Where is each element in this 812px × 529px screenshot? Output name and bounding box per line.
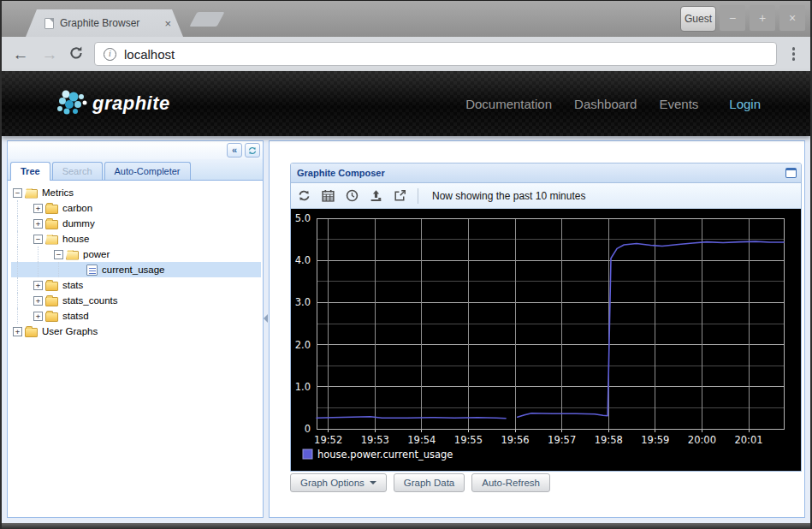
series-line bbox=[317, 417, 506, 419]
tree-expander-plus-icon[interactable]: + bbox=[33, 296, 43, 306]
tree-expander-minus-icon[interactable]: − bbox=[54, 250, 63, 259]
calendar-icon[interactable] bbox=[321, 188, 335, 203]
graph-data-button[interactable]: Graph Data bbox=[394, 473, 465, 492]
url-bar[interactable]: i localhost bbox=[94, 42, 777, 66]
nav-link-documentation[interactable]: Documentation bbox=[465, 97, 552, 111]
button-label: Auto-Refresh bbox=[482, 478, 540, 488]
y-axis-tick-label: 0 bbox=[305, 423, 311, 435]
tree-expander-minus-icon[interactable]: − bbox=[13, 188, 22, 198]
tree-node-carbon[interactable]: +carbon bbox=[11, 200, 261, 216]
tree-node-stats-counts[interactable]: +stats_counts bbox=[11, 293, 261, 308]
upload-icon[interactable] bbox=[369, 188, 383, 203]
folder-open-icon bbox=[66, 251, 79, 260]
tree-indent-guide bbox=[17, 247, 31, 262]
time-range-status: Now showing the past 10 minutes bbox=[432, 190, 585, 202]
clock-icon[interactable] bbox=[345, 188, 359, 203]
browser-menu-icon[interactable] bbox=[785, 44, 803, 64]
x-axis-tick-label: 19:52 bbox=[314, 434, 342, 446]
nav-link-dashboard[interactable]: Dashboard bbox=[574, 97, 637, 111]
y-axis-tick-label: 1.0 bbox=[295, 381, 311, 393]
tree-node-label: User Graphs bbox=[40, 326, 99, 336]
new-tab-button[interactable] bbox=[189, 12, 224, 27]
url-text: localhost bbox=[124, 47, 175, 62]
tree-indent-guide bbox=[17, 262, 31, 277]
composer-title: Graphite Composer bbox=[297, 168, 785, 178]
tree-expander-plus-icon[interactable]: + bbox=[33, 281, 43, 290]
tree-node-label: dummy bbox=[61, 218, 97, 229]
tree-node-power[interactable]: −power bbox=[11, 247, 261, 262]
tree-expander-plus-icon[interactable]: + bbox=[33, 204, 43, 213]
tree-node-label: carbon bbox=[61, 203, 94, 213]
browser-toolbar: ← → i localhost bbox=[2, 37, 810, 71]
y-axis-tick-label: 5.0 bbox=[295, 212, 311, 224]
nav-link-events[interactable]: Events bbox=[659, 97, 698, 111]
composer-titlebar[interactable]: Graphite Composer bbox=[291, 163, 801, 183]
tree-node-house[interactable]: −house bbox=[11, 231, 261, 247]
y-axis-tick-label: 4.0 bbox=[295, 254, 311, 266]
composer-maximize-icon[interactable] bbox=[785, 168, 797, 178]
series-line bbox=[518, 241, 784, 417]
x-axis-tick-label: 19:56 bbox=[501, 434, 529, 446]
nav-link-login[interactable]: Login bbox=[729, 97, 761, 111]
legend-label: house.power.current_usage bbox=[317, 449, 453, 461]
splitter-collapse-icon[interactable] bbox=[264, 314, 268, 323]
graph-buttons-row: Graph OptionsGraph DataAuto-Refresh bbox=[290, 473, 550, 492]
window-bottom-frame bbox=[2, 523, 810, 529]
tab-search: Search bbox=[52, 162, 103, 180]
tab-tree[interactable]: Tree bbox=[10, 162, 50, 181]
tree-indent-guide bbox=[17, 216, 31, 231]
tree-indent-guide bbox=[58, 262, 72, 277]
collapse-sidebar-button[interactable]: « bbox=[227, 143, 242, 158]
tree-node-user-graphs[interactable]: +User Graphs bbox=[11, 324, 261, 339]
folder-icon bbox=[45, 220, 58, 229]
forward-button: → bbox=[39, 46, 60, 62]
site-header: graphite DocumentationDashboardEventsLog… bbox=[2, 71, 810, 136]
button-label: Graph Options bbox=[300, 478, 365, 488]
browser-tab[interactable]: Graphite Browser × bbox=[26, 9, 183, 37]
close-button[interactable]: × bbox=[779, 5, 805, 31]
metrics-tree: −Metrics+carbon+dummy−house−powercurrent… bbox=[8, 181, 263, 517]
tree-node-stats[interactable]: +stats bbox=[11, 277, 261, 293]
tree-indent-guide bbox=[17, 293, 31, 308]
tree-node-metrics[interactable]: −Metrics bbox=[11, 185, 261, 200]
button-label: Graph Data bbox=[404, 478, 454, 488]
reload-button[interactable] bbox=[68, 45, 86, 62]
back-button[interactable]: ← bbox=[10, 46, 31, 62]
tree-expander-plus-icon[interactable]: + bbox=[13, 327, 22, 336]
browser-titlebar: Graphite Browser × Guest − + × bbox=[2, 1, 810, 37]
tree-indent-guide bbox=[17, 231, 31, 247]
tree-expander-plus-icon[interactable]: + bbox=[33, 219, 43, 229]
sidebar-tabstrip: Tree Search Auto-Completer bbox=[8, 159, 263, 181]
tree-node-statsd[interactable]: +statsd bbox=[11, 308, 261, 324]
tree-node-label: power bbox=[81, 249, 111, 259]
folder-open-icon bbox=[25, 189, 38, 199]
refresh-icon[interactable] bbox=[297, 188, 311, 203]
tree-node-current-usage[interactable]: current_usage bbox=[11, 262, 261, 277]
tree-expander-plus-icon[interactable]: + bbox=[33, 312, 43, 321]
auto-refresh-button[interactable]: Auto-Refresh bbox=[471, 473, 550, 492]
tree-indent-guide bbox=[38, 247, 51, 262]
folder-icon bbox=[25, 328, 38, 337]
graph-image: 01.02.03.04.05.019:5219:5319:5419:5519:5… bbox=[291, 209, 801, 471]
tree-expander-spacer bbox=[74, 265, 84, 275]
toolbar-separator bbox=[418, 188, 418, 204]
composer-toolbar: Now showing the past 10 minutes bbox=[291, 183, 801, 209]
tab-auto-completer[interactable]: Auto-Completer bbox=[104, 162, 191, 180]
tree-node-label: Metrics bbox=[40, 187, 75, 198]
guest-profile-button[interactable]: Guest bbox=[680, 6, 716, 32]
minimize-button[interactable]: − bbox=[720, 5, 745, 31]
metrics-sidebar: « Tree Search Auto-Completer −Metrics+ca… bbox=[7, 140, 264, 518]
metric-leaf-icon bbox=[86, 264, 98, 276]
tree-node-label: current_usage bbox=[100, 264, 167, 275]
site-info-icon[interactable]: i bbox=[104, 48, 116, 61]
export-icon[interactable] bbox=[393, 188, 407, 203]
graph-options-button[interactable]: Graph Options bbox=[290, 473, 387, 492]
dropdown-caret-icon bbox=[370, 481, 376, 484]
refresh-tree-button[interactable] bbox=[245, 143, 260, 158]
tree-node-label: statsd bbox=[61, 311, 91, 321]
tab-close-icon[interactable]: × bbox=[164, 18, 171, 29]
tree-indent-guide bbox=[38, 262, 51, 277]
tree-node-dummy[interactable]: +dummy bbox=[11, 216, 261, 231]
maximize-button[interactable]: + bbox=[750, 5, 775, 31]
tree-expander-minus-icon[interactable]: − bbox=[33, 235, 43, 244]
